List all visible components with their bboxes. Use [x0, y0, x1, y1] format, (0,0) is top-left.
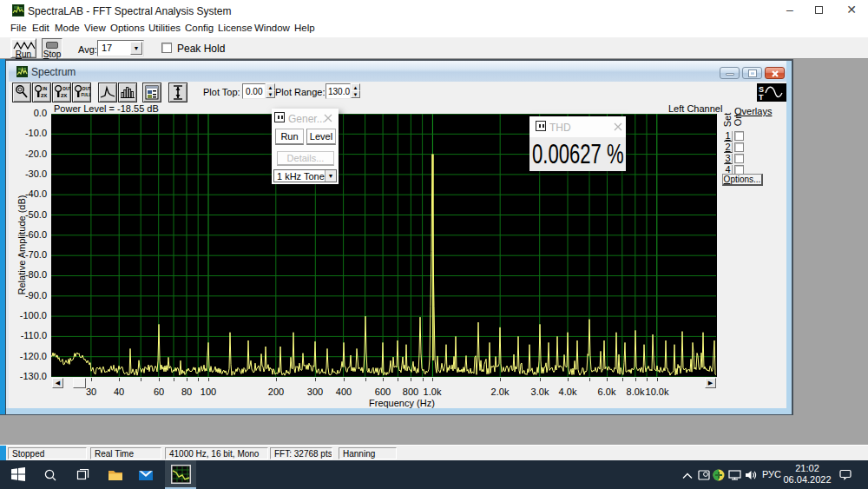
svg-text:OUT: OUT	[82, 86, 91, 91]
svg-text:T: T	[759, 93, 764, 102]
svg-text:OUT: OUT	[62, 86, 70, 91]
svg-text:2X: 2X	[61, 93, 67, 98]
svg-text:2X: 2X	[41, 93, 47, 98]
svg-text:IN: IN	[43, 86, 47, 91]
svg-text:FULL: FULL	[82, 93, 91, 97]
